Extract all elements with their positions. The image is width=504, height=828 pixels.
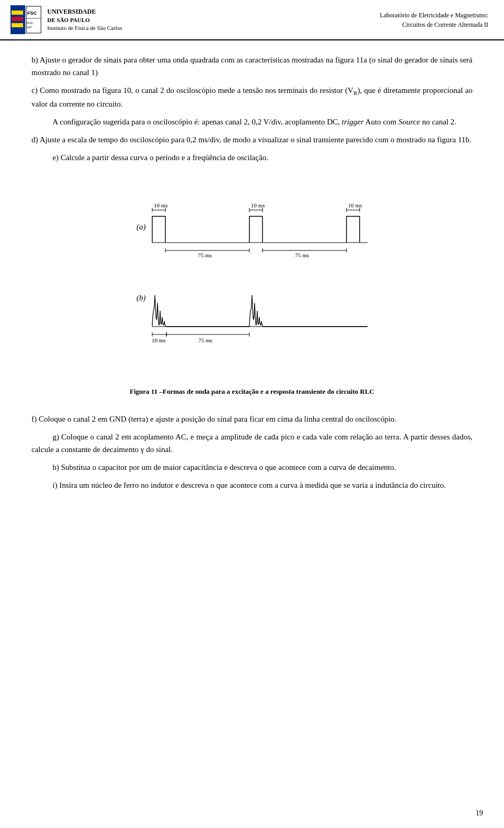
svg-text:10 ms: 10 ms: [154, 202, 168, 208]
lab-subtitle: Circuitos de Corrente Alternada II: [380, 20, 488, 29]
svg-text:10 ms: 10 ms: [152, 337, 166, 343]
svg-text:75 ms: 75 ms: [198, 337, 213, 343]
paragraph-g: g) Coloque o canal 2 em acoplamento AC, …: [32, 431, 472, 456]
svg-text:10 ms: 10 ms: [348, 202, 362, 208]
para-d-text: d) Ajuste a escala de tempo do osciloscó…: [32, 135, 471, 144]
paragraph-e: e) Calcule a partir dessa curva o períod…: [32, 151, 472, 164]
svg-text:10 ms: 10 ms: [251, 202, 265, 208]
paragraph-c: c) Como mostrado na figura 10, o canal 2…: [32, 84, 472, 110]
paragraph-b: b) Ajuste o gerador de sinais para obter…: [32, 54, 472, 79]
source-word: Source: [398, 118, 420, 126]
figure-caption-text: Figura 11 –Formas de onda para a excitaç…: [130, 387, 374, 395]
label-a: (a): [136, 223, 146, 232]
figure-11: (a) (b): [32, 180, 472, 397]
svg-text:IFSC: IFSC: [27, 22, 34, 25]
university-city: DE SÃO PAULO: [47, 16, 122, 24]
paragraph-h: h) Substitua o capacitor por um de maior…: [32, 461, 472, 474]
para-h-text: h) Substitua o capacitor por um de maior…: [52, 463, 396, 471]
config-text: A configuração sugerida para o osciloscó…: [52, 118, 342, 126]
university-name: UNIVERSIDADE: [47, 7, 122, 16]
waveform-diagram: (a) (b): [121, 180, 383, 381]
svg-rect-3: [12, 17, 23, 21]
lab-title: Laboratório de Eletricidade e Magnetismo…: [380, 11, 488, 20]
main-content: b) Ajuste o gerador de sinais para obter…: [0, 40, 504, 518]
vr-subscript: R: [353, 90, 358, 96]
para-b-text: b) Ajuste o gerador de sinais para obter…: [32, 56, 472, 77]
institute-name: Instituto de Física de São Carlos: [47, 24, 122, 32]
figure-caption: Figura 11 –Formas de onda para a excitaç…: [130, 386, 374, 397]
paragraph-i: i) Insira um núcleo de ferro no indutor …: [32, 479, 472, 491]
trigger-word: trigger: [342, 118, 364, 126]
paragraph-f: f) Coloque o canal 2 em GND (terra) e aj…: [32, 413, 472, 425]
para-e-text: e) Calcule a partir dessa curva o períod…: [52, 153, 268, 162]
header-institution-text: UNIVERSIDADE DE SÃO PAULO Instituto de F…: [47, 7, 122, 33]
logo: FSC IFSC USP: [10, 5, 42, 34]
paragraph-config: A configuração sugerida para o osciloscó…: [32, 116, 472, 128]
header-left: FSC IFSC USP UNIVERSIDADE DE SÃO PAULO I…: [10, 5, 122, 34]
para-c-text: c) Como mostrado na figura 10, o canal 2…: [32, 86, 353, 95]
paragraph-d: d) Ajuste a escala de tempo do osciloscó…: [32, 133, 472, 146]
page-header: FSC IFSC USP UNIVERSIDADE DE SÃO PAULO I…: [0, 0, 504, 40]
page-number: 19: [476, 809, 483, 817]
para-g-text: g) Coloque o canal 2 em acoplamento AC, …: [32, 433, 472, 454]
svg-text:FSC: FSC: [27, 11, 37, 16]
svg-rect-2: [12, 11, 23, 15]
header-right: Laboratório de Eletricidade e Magnetismo…: [380, 11, 488, 29]
config-end: no canal 2.: [420, 118, 456, 126]
svg-rect-4: [12, 23, 23, 27]
svg-text:75 ms: 75 ms: [295, 252, 309, 258]
svg-text:USP: USP: [27, 26, 32, 29]
logo-svg: FSC IFSC USP: [10, 5, 42, 34]
waveform-svg: (a) (b): [121, 180, 383, 379]
para-f-text: f) Coloque o canal 2 em GND (terra) e aj…: [32, 415, 396, 423]
label-b: (b): [136, 294, 146, 302]
para-i-text: i) Insira um núcleo de ferro no indutor …: [52, 481, 446, 489]
svg-text:75 ms: 75 ms: [198, 252, 212, 258]
config-middle: Auto com: [364, 118, 398, 126]
